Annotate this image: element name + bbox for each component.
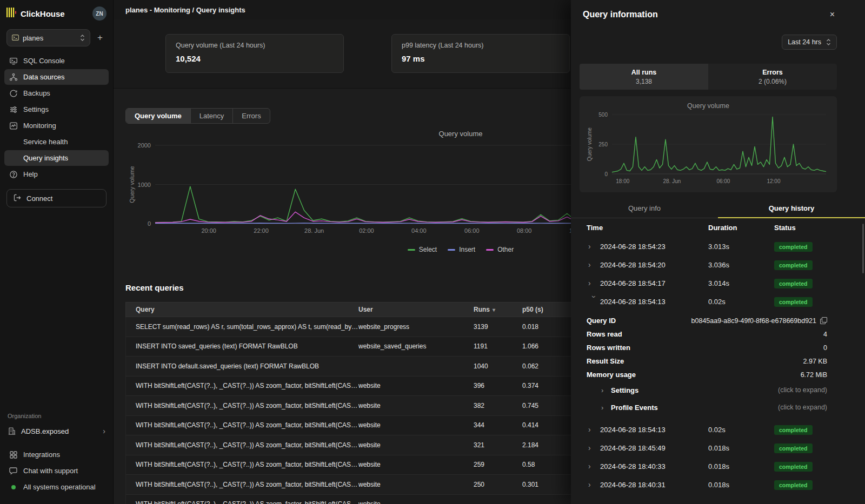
expandable-section-settings[interactable]: ›Settings(click to expand) (587, 381, 827, 399)
legend-label: Select (419, 246, 437, 253)
history-run-row[interactable]: ›2024-06-28 18:54:130.02scompleted (571, 420, 865, 439)
sidebar-item-monitoring[interactable]: Monitoring (4, 118, 109, 133)
section-label: Settings (611, 386, 638, 394)
history-run-row[interactable]: ›2024-06-28 18:54:233.013scompleted (571, 237, 865, 256)
copy-icon[interactable] (820, 317, 827, 324)
svg-text:02:00: 02:00 (359, 227, 374, 234)
sidebar-item-sql-console[interactable]: SQL Console (4, 53, 109, 69)
svg-text:20:00: 20:00 (201, 227, 216, 234)
all-runs-tab[interactable]: All runs 3,138 (580, 64, 708, 90)
history-run-row[interactable]: ›2024-06-28 18:54:203.036scompleted (571, 256, 865, 274)
svg-text:28. Jun: 28. Jun (304, 227, 324, 234)
connect-button[interactable]: Connect (6, 189, 107, 207)
legend-label: Insert (459, 246, 475, 253)
run-duration: 0.018s (708, 481, 774, 489)
column-header-duration[interactable]: Duration (708, 224, 774, 232)
run-time: 2024-06-28 18:54:13 (600, 426, 708, 434)
svg-text:500: 500 (598, 112, 608, 118)
errors-tab[interactable]: Errors 2 (0.06%) (708, 64, 837, 90)
chevron-right-icon[interactable]: › (588, 279, 600, 287)
svg-text:1000: 1000 (138, 182, 151, 188)
detail-value: 6.72 MiB (801, 371, 827, 379)
column-header-user[interactable]: User (358, 306, 474, 313)
svg-text:250: 250 (598, 142, 608, 147)
avatar[interactable]: ZN (92, 6, 107, 21)
status-badge: completed (774, 462, 813, 472)
history-run-row[interactable]: ›2024-06-28 18:54:130.02scompleted (571, 292, 865, 311)
chevron-down-icon[interactable]: › (590, 295, 598, 307)
query-cell: WITH bitShiftLeft(CAST(?..), _CAST(?..))… (126, 402, 358, 409)
chevron-right-icon[interactable]: › (588, 425, 600, 434)
service-selector[interactable]: planes (6, 29, 90, 46)
run-time: 2024-06-28 18:54:17 (600, 279, 708, 287)
history-run-row[interactable]: ›2024-06-28 18:40:330.018scompleted (571, 457, 865, 475)
run-time: 2024-06-28 18:54:23 (600, 243, 708, 251)
tab-query-info[interactable]: Query info (571, 200, 718, 218)
svg-text:2000: 2000 (138, 142, 151, 149)
tab-errors[interactable]: Errors (233, 109, 269, 123)
history-run-row[interactable]: ›2024-06-28 18:40:310.018scompleted (571, 475, 865, 494)
detail-label: Rows written (587, 344, 630, 352)
chevron-right-icon[interactable]: › (601, 404, 611, 412)
tab-query-volume[interactable]: Query volume (126, 109, 191, 123)
section-label: Profile Events (611, 404, 658, 412)
run-time: 2024-06-28 18:54:20 (600, 261, 708, 269)
expandable-section-profile-events[interactable]: ›Profile Events(click to expand) (587, 399, 827, 416)
panel-title: Query information (583, 10, 658, 19)
p99-latency-stat-card: p99 latency (Last 24 hours) 97 ms (391, 34, 570, 73)
status-ok-dot (11, 485, 16, 489)
status-badge: completed (774, 443, 813, 453)
history-run-row[interactable]: ›2024-06-28 18:45:490.018scompleted (571, 439, 865, 457)
expand-hint: (click to expand) (778, 386, 827, 394)
sidebar-item-label: Data sources (23, 73, 65, 81)
query-cell: WITH bitShiftLeft(CAST(?..), _CAST(?..))… (126, 382, 358, 389)
legend-item-other[interactable]: Other (486, 246, 514, 253)
system-status-item[interactable]: All systems operational (4, 479, 109, 495)
chevron-right-icon[interactable]: › (588, 242, 600, 251)
query-cell: WITH bitShiftLeft(CAST(?..), _CAST(?..))… (126, 421, 358, 429)
history-run-row[interactable]: ›2024-06-28 18:54:173.014scompleted (571, 274, 865, 292)
history-header-row: Time Duration Status (571, 224, 865, 237)
time-range-select[interactable]: Last 24 hrs (782, 35, 837, 50)
add-service-button[interactable]: + (94, 31, 107, 44)
user-cell: website (358, 421, 474, 429)
column-header-query[interactable]: Query (126, 306, 358, 313)
column-header-status[interactable]: Status (774, 224, 855, 232)
breadcrumb: planes - Monitoring / Query insights (125, 6, 245, 14)
sidebar-item-help[interactable]: Help (4, 166, 109, 182)
chevron-right-icon[interactable]: › (588, 443, 600, 452)
run-duration: 0.018s (708, 444, 774, 452)
stat-value: 97 ms (402, 54, 560, 63)
scrollbar-thumb[interactable] (862, 224, 864, 273)
sidebar-item-backups[interactable]: Backups (4, 85, 109, 101)
organization-row[interactable]: ADSB.exposed › (0, 423, 113, 439)
sidebar-item-service-health[interactable]: Service health (4, 134, 109, 150)
sidebar-item-settings[interactable]: Settings (4, 102, 109, 117)
svg-text:06:00: 06:00 (464, 227, 480, 234)
svg-text:08:00: 08:00 (517, 227, 532, 234)
detail-label: Rows read (587, 330, 622, 338)
panel-chart-title: Query volume (584, 100, 833, 111)
legend-swatch (486, 249, 494, 251)
query-history-section: Time Duration Status ›2024-06-28 18:54:2… (571, 224, 865, 504)
chevron-right-icon[interactable]: › (588, 260, 600, 269)
chevron-right-icon[interactable]: › (601, 386, 611, 394)
summary-tabs: All runs 3,138 Errors 2 (0.06%) (580, 64, 837, 90)
sidebar-item-data-sources[interactable]: Data sources (4, 69, 109, 85)
chevron-right-icon[interactable]: › (588, 462, 600, 471)
building-icon (8, 427, 16, 435)
chevron-right-icon[interactable]: › (588, 480, 600, 489)
sidebar-item-integrations[interactable]: Integrations (4, 447, 109, 462)
legend-item-select[interactable]: Select (408, 246, 437, 253)
tab-latency[interactable]: Latency (191, 109, 234, 123)
sidebar-item-chat-support[interactable]: Chat with support (4, 463, 109, 479)
tab-query-history[interactable]: Query history (718, 200, 865, 218)
legend-item-insert[interactable]: Insert (448, 246, 475, 253)
panel-query-volume-chart[interactable]: 025050018:0028. Jun06:0012:00Query volum… (584, 111, 833, 187)
help-icon (9, 170, 18, 179)
column-header-runs[interactable]: Runs▾ (474, 306, 522, 313)
column-header-time[interactable]: Time (587, 224, 708, 232)
chart-view-tabs: Query volume Latency Errors (125, 108, 270, 124)
close-icon[interactable]: × (830, 10, 835, 19)
sidebar-item-query-insights[interactable]: Query insights (4, 150, 109, 166)
